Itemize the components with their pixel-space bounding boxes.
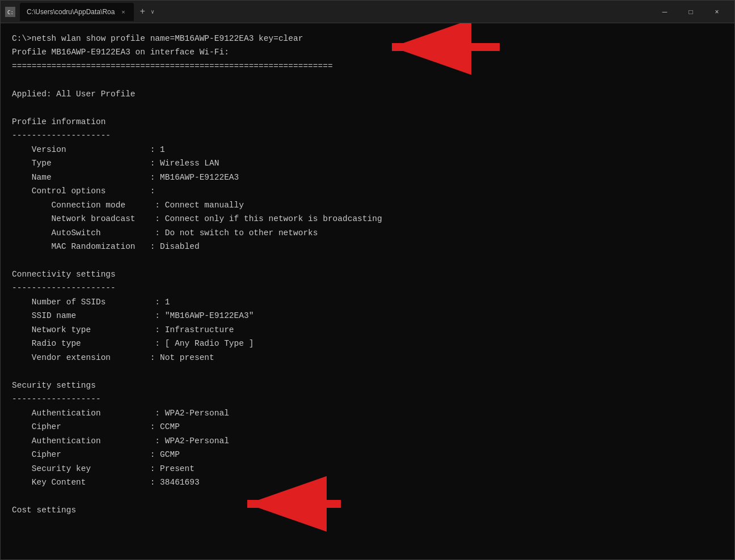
new-tab-button[interactable]: + bbox=[136, 6, 149, 18]
maximize-button[interactable]: □ bbox=[678, 3, 704, 21]
type-row: Type : Wireless LAN bbox=[12, 157, 723, 169]
blank1 bbox=[12, 74, 723, 86]
ssid-name-row: SSID name : "MB16AWP-E9122EA3" bbox=[12, 309, 723, 322]
terminal-content: C:\>netsh wlan show profile name=MB16AWP… bbox=[1, 23, 734, 559]
profile-info-divider: -------------------- bbox=[12, 129, 723, 142]
network-type-row: Network type : Infrastructure bbox=[12, 324, 723, 336]
applied-line: Applied: All User Profile bbox=[12, 88, 723, 100]
active-tab[interactable]: C:\Users\codru\AppData\Roa × bbox=[20, 3, 134, 21]
window-controls: ─ □ × bbox=[652, 3, 730, 21]
autoswitch-row: AutoSwitch : Do not switch to other netw… bbox=[12, 227, 723, 239]
connectivity-header: Connectivity settings bbox=[12, 268, 723, 281]
profile-info-header: Profile information bbox=[12, 116, 723, 128]
terminal-window: C: C:\Users\codru\AppData\Roa × + ∨ ─ □ … bbox=[0, 0, 735, 560]
auth1-row: Authentication : WPA2-Personal bbox=[12, 407, 723, 419]
blank2 bbox=[12, 101, 723, 114]
security-divider: ------------------ bbox=[12, 393, 723, 405]
num-ssids-row: Number of SSIDs : 1 bbox=[12, 296, 723, 308]
header-divider: ========================================… bbox=[12, 60, 723, 73]
profile-header: Profile MB16AWP-E9122EA3 on interface Wi… bbox=[12, 46, 723, 58]
name-row: Name : MB16AWP-E9122EA3 bbox=[12, 171, 723, 184]
network-broadcast-row: Network broadcast : Connect only if this… bbox=[12, 213, 723, 225]
radio-type-row: Radio type : [ Any Radio Type ] bbox=[12, 337, 723, 350]
key-content-row: Key Content : 38461693 bbox=[12, 476, 723, 489]
blank3 bbox=[12, 254, 723, 267]
tab-close-button[interactable]: × bbox=[119, 8, 127, 16]
cipher1-row: Cipher : CCMP bbox=[12, 421, 723, 433]
titlebar: C: C:\Users\codru\AppData\Roa × + ∨ ─ □ … bbox=[1, 1, 734, 23]
tab-title: C:\Users\codru\AppData\Roa bbox=[27, 8, 115, 16]
security-header: Security settings bbox=[12, 379, 723, 392]
connectivity-divider: --------------------- bbox=[12, 282, 723, 294]
svg-text:C:: C: bbox=[7, 10, 14, 15]
tab-dropdown-button[interactable]: ∨ bbox=[149, 7, 157, 16]
security-key-row: Security key : Present bbox=[12, 463, 723, 475]
cipher2-row: Cipher : GCMP bbox=[12, 448, 723, 461]
blank4 bbox=[12, 365, 723, 377]
command-line: C:\>netsh wlan show profile name=MB16AWP… bbox=[12, 32, 723, 45]
mac-randomization-row: MAC Randomization : Disabled bbox=[12, 240, 723, 253]
app-icon: C: bbox=[5, 7, 15, 17]
version-row: Version : 1 bbox=[12, 143, 723, 156]
control-options-row: Control options : bbox=[12, 185, 723, 197]
vendor-extension-row: Vendor extension : Not present bbox=[12, 351, 723, 364]
tab-area: C:\Users\codru\AppData\Roa × + ∨ bbox=[20, 3, 652, 21]
auth2-row: Authentication : WPA2-Personal bbox=[12, 435, 723, 447]
cost-header: Cost settings bbox=[12, 504, 723, 516]
close-button[interactable]: × bbox=[704, 3, 730, 21]
blank5 bbox=[12, 490, 723, 502]
minimize-button[interactable]: ─ bbox=[652, 3, 678, 21]
connection-mode-row: Connection mode : Connect manually bbox=[12, 199, 723, 211]
